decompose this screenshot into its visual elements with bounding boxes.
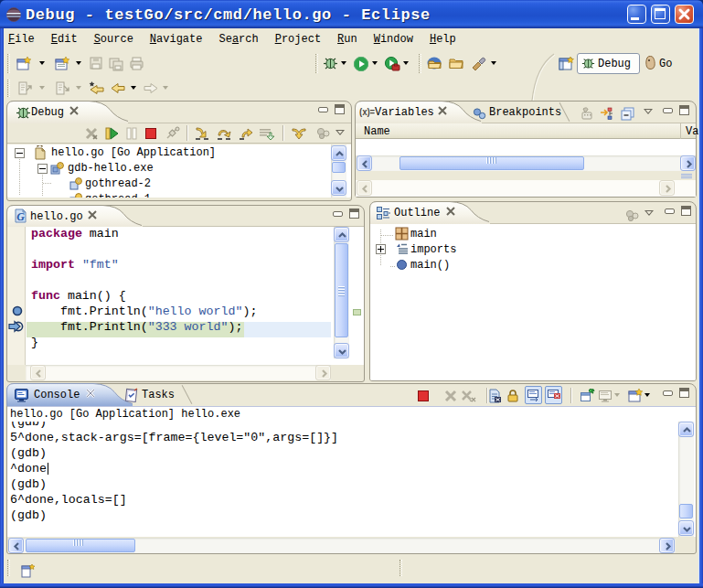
svg-text:G: G [16,210,25,223]
